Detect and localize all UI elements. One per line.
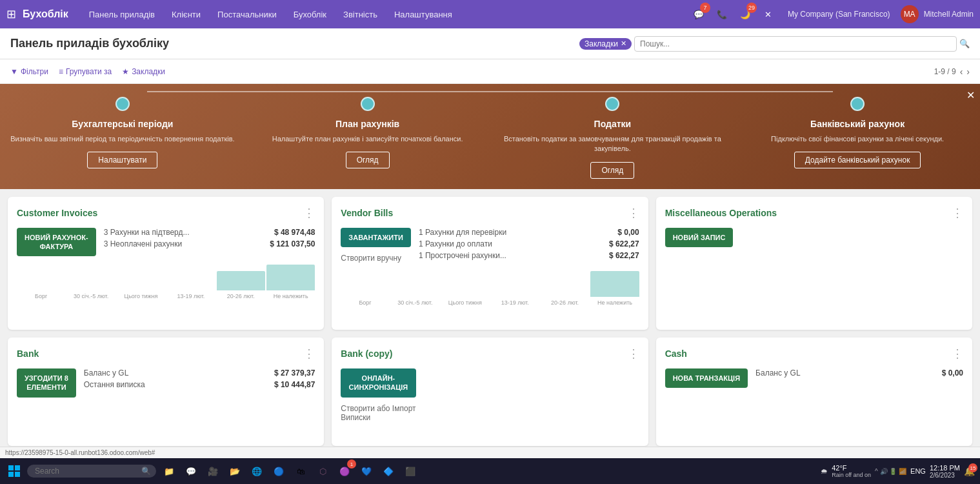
close-banner-icon[interactable]: ✕ — [966, 89, 975, 101]
vendor-stat-label-3[interactable]: 1 Прострочені рахунки... — [419, 251, 506, 260]
step-4-button[interactable]: Додайте банківський рахунок — [794, 152, 921, 168]
taskbar-temp: 42°F — [832, 464, 871, 472]
taskbar-time: 12:18 PM — [930, 464, 960, 472]
bank-copy-menu-icon[interactable]: ⋮ — [628, 347, 639, 361]
prev-page-button[interactable]: ‹ — [960, 66, 963, 77]
vendor-stat-value-2: $ 622,27 — [609, 239, 639, 248]
taskbar-search-input[interactable] — [27, 465, 156, 478]
close-icon-btn[interactable]: ✕ — [759, 5, 777, 23]
chart-label-2: Цього тижня — [124, 293, 157, 299]
user-name: Mitchell Admin — [924, 10, 974, 19]
taskbar-terminal-icon[interactable]: ⬛ — [401, 462, 419, 480]
vendor-bills-stats: 1 Рахунки для перевірки $ 0,00 1 Рахунки… — [419, 228, 639, 263]
taskbar-video-icon[interactable]: 🎥 — [204, 462, 222, 480]
phone-icon-btn[interactable]: 📞 — [713, 5, 731, 23]
taskbar-chat-icon[interactable]: 💬 — [182, 462, 200, 480]
chat-icon-btn[interactable]: 💬 7 — [690, 5, 708, 23]
step-3-desc: Встановіть податки за замовчуванням для … — [500, 134, 725, 154]
vb-chart-col-3: 13-19 лют. — [491, 297, 539, 306]
vendor-stat-label-1[interactable]: 1 Рахунки для перевірки — [419, 228, 506, 237]
reconcile-button[interactable]: УЗГОДИТИ 8 ЕЛЕМЕНТИ — [17, 368, 76, 398]
nav-suppliers[interactable]: Постачальники — [211, 7, 283, 22]
taskbar-teams-icon[interactable]: 🟣 1 — [335, 462, 354, 480]
taskbar-file-explorer-icon[interactable]: 📁 — [160, 462, 178, 480]
bank-value-2: $ 10 444,87 — [274, 380, 315, 389]
create-import-link[interactable]: Створити або Імпорт Виписки — [341, 404, 415, 422]
notification-area[interactable]: 🔔 15 — [964, 466, 975, 476]
bank-stat-row-1: Баланс у GL $ 27 379,37 — [84, 368, 315, 378]
language-badge: ENG — [910, 467, 926, 475]
new-entry-button[interactable]: НОВИЙ ЗАПИС — [665, 228, 734, 247]
step-1-desc: Визначіть ваш звітний період та періодич… — [10, 134, 234, 144]
create-manually-link[interactable]: Створити вручну — [341, 254, 411, 263]
upload-button[interactable]: ЗАВАНТАЖИТИ — [341, 228, 411, 247]
svg-rect-1 — [15, 465, 20, 470]
vendor-bills-chart: Борг 30 січ.-5 лют. Цього тижня 13-19 лю… — [341, 270, 639, 306]
next-page-button[interactable]: › — [966, 66, 970, 77]
vendor-stat-label-2[interactable]: 1 Рахунки до оплати — [419, 239, 492, 248]
filter-tag-bookmarks[interactable]: Закладки ✕ — [579, 38, 632, 50]
app-grid-icon[interactable]: ⊞ — [6, 7, 16, 21]
step-1-button[interactable]: Налаштувати — [87, 152, 157, 168]
nav-dashboard[interactable]: Панель приладів — [83, 7, 161, 22]
bank-card-title: Bank — [17, 348, 39, 359]
group-by-button[interactable]: ≡ Групувати за — [59, 67, 112, 76]
cash-label-1: Баланс у GL — [755, 368, 801, 378]
start-button[interactable] — [5, 462, 23, 480]
avatar[interactable]: MA — [901, 5, 919, 23]
taskbar-edge-icon[interactable]: 🌐 — [248, 462, 266, 480]
stat-label-2[interactable]: 3 Неоплачені рахунки — [104, 239, 182, 248]
filter-tag-close-icon[interactable]: ✕ — [621, 39, 626, 48]
new-invoice-button[interactable]: НОВИЙ РАХУНОК- ФАКТУРА — [17, 228, 96, 257]
taskbar-odoo-icon[interactable]: ⬡ — [314, 462, 332, 480]
stat-row-2: 3 Неоплачені рахунки $ 121 037,50 — [104, 239, 315, 248]
step-dot-1 — [115, 97, 130, 111]
nav-reports[interactable]: Звітність — [337, 7, 384, 22]
step-2-button[interactable]: Огляд — [346, 152, 390, 168]
bank-card-body: УЗГОДИТИ 8 ЕЛЕМЕНТИ Баланс у GL $ 27 379… — [17, 368, 315, 398]
step-taxes: Податки Встановіть податки за замовчуван… — [500, 97, 725, 179]
moon-badge: 29 — [746, 3, 757, 13]
cash-card-menu-icon[interactable]: ⋮ — [952, 347, 963, 361]
vendor-stat-value-3: $ 622,27 — [609, 251, 639, 260]
step-accounting-periods: Бухгалтерські періоди Визначіть ваш звіт… — [10, 97, 235, 168]
taskbar-folder-icon[interactable]: 📂 — [226, 462, 244, 480]
cash-value-1: $ 0,00 — [942, 368, 963, 378]
bank-card-menu-icon[interactable]: ⋮ — [303, 347, 315, 361]
nav-settings[interactable]: Налаштування — [388, 7, 459, 22]
search-input[interactable] — [634, 36, 957, 52]
taskbar-store-icon[interactable]: 🛍 — [292, 462, 310, 480]
taskbar-skype-icon[interactable]: 💙 — [357, 462, 375, 480]
chart-bar-4 — [217, 271, 265, 290]
chart-label-0: Борг — [35, 293, 47, 299]
chart-label-3: 13-19 лют. — [177, 293, 205, 299]
filters-button[interactable]: ▼ Фільтри — [10, 67, 48, 76]
moon-icon-btn[interactable]: 🌙 29 — [736, 5, 754, 23]
bank-stats: Баланс у GL $ 27 379,37 Остання виписка … — [84, 368, 315, 392]
stat-value-2: $ 121 037,50 — [270, 239, 315, 248]
customer-invoices-card: Customer Invoices ⋮ НОВИЙ РАХУНОК- ФАКТУ… — [8, 197, 324, 330]
step-dot-2 — [361, 97, 375, 111]
taskbar-slack-icon[interactable]: 🔷 — [379, 462, 397, 480]
vendor-bills-card: Vendor Bills ⋮ ЗАВАНТАЖИТИ Створити вруч… — [332, 197, 648, 330]
step-dot-3 — [605, 97, 619, 111]
taskbar-browser-icon[interactable]: 🔵 — [270, 462, 288, 480]
vendor-bills-menu-icon[interactable]: ⋮ — [628, 206, 639, 220]
notification-badge: 15 — [968, 463, 977, 472]
online-sync-button[interactable]: ОНЛАЙН- СИНХРОНІЗАЦІЯ — [341, 368, 415, 398]
stat-label-1[interactable]: 3 Рахунки на підтверд... — [104, 228, 190, 237]
nav-clients[interactable]: Клієнти — [165, 7, 207, 22]
step-3-button[interactable]: Огляд — [590, 162, 634, 179]
nav-accounting[interactable]: Бухоблік — [287, 7, 333, 22]
misc-operations-menu-icon[interactable]: ⋮ — [952, 206, 963, 220]
bank-card: Bank ⋮ УЗГОДИТИ 8 ЕЛЕМЕНТИ Баланс у GL $… — [8, 338, 324, 446]
brand-logo: Бухоблік — [23, 8, 68, 20]
new-transaction-button[interactable]: НОВА ТРАНЗАКЦІЯ — [665, 368, 748, 388]
search-icon[interactable]: 🔍 — [959, 39, 970, 48]
bookmarks-button[interactable]: ★ Закладки — [122, 67, 165, 76]
customer-invoices-menu-icon[interactable]: ⋮ — [303, 206, 315, 220]
pagination: 1-9 / 9 ‹ › — [934, 66, 970, 77]
step-bank-account: Банківський рахунок Підключіть свої фіна… — [745, 97, 970, 168]
customer-invoices-title: Customer Invoices — [17, 208, 97, 218]
filter-tag-label: Закладки — [585, 39, 618, 48]
